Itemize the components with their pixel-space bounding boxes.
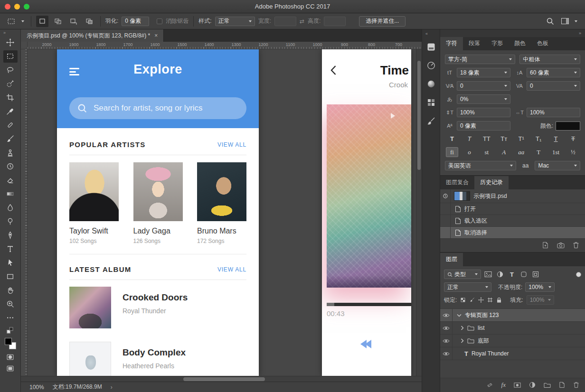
- kerning-select[interactable]: 0: [457, 81, 510, 91]
- swap-colors-icon[interactable]: [6, 327, 15, 334]
- hand-tool[interactable]: [3, 284, 18, 297]
- collapse-panels-icon[interactable]: »: [440, 29, 585, 37]
- blur-tool[interactable]: [3, 202, 18, 214]
- color-panel-icon[interactable]: [426, 79, 436, 89]
- small-caps-button[interactable]: Tᴛ: [498, 134, 510, 143]
- tab-glyphs[interactable]: 字形: [486, 37, 509, 50]
- fill-select[interactable]: 100%: [527, 295, 554, 305]
- delete-layer-trash-icon[interactable]: [573, 382, 579, 388]
- new-group-folder-icon[interactable]: [544, 382, 551, 388]
- type-tool[interactable]: [3, 243, 18, 255]
- opacity-select[interactable]: 100%: [525, 282, 555, 292]
- filter-shape-layers-icon[interactable]: [519, 270, 528, 279]
- quick-mask-icon[interactable]: [6, 353, 14, 361]
- height-input[interactable]: [324, 17, 346, 26]
- dodge-tool[interactable]: [3, 215, 18, 228]
- vertical-ruler[interactable]: [21, 49, 28, 376]
- adjustments-panel-icon[interactable]: [426, 60, 436, 71]
- new-selection-button[interactable]: [36, 16, 48, 27]
- close-window-button[interactable]: [5, 4, 10, 9]
- rectangular-marquee-tool[interactable]: [3, 50, 18, 63]
- layer-style-fx-icon[interactable]: fx: [501, 381, 506, 389]
- eyedropper-tool[interactable]: [3, 105, 18, 118]
- delete-state-trash-icon[interactable]: [573, 242, 579, 249]
- subscript-button[interactable]: T₁: [532, 134, 545, 143]
- screen-mode-icon[interactable]: [6, 364, 14, 373]
- faux-italic-button[interactable]: T: [463, 134, 475, 143]
- history-step-selected[interactable]: 取消选择: [440, 226, 585, 238]
- spot-healing-brush-tool[interactable]: [3, 119, 18, 131]
- visibility-toggle[interactable]: [440, 309, 453, 321]
- status-chevron-icon[interactable]: ›: [111, 384, 113, 391]
- ruler-origin-corner[interactable]: [21, 42, 28, 49]
- tab-layers[interactable]: 图层: [440, 253, 463, 266]
- discretionary-ligatures-button[interactable]: st: [481, 148, 493, 157]
- brush-tool[interactable]: [3, 133, 18, 145]
- quick-selection-tool[interactable]: [3, 78, 18, 90]
- history-source-well[interactable]: [440, 227, 451, 238]
- antialias-method-select[interactable]: Mac: [535, 161, 580, 170]
- filter-adjustment-layers-icon[interactable]: [495, 270, 505, 279]
- feather-input[interactable]: 0 像素: [122, 17, 149, 26]
- vertical-scale-input[interactable]: 100%: [457, 108, 510, 117]
- underline-button[interactable]: T: [550, 134, 562, 143]
- layer-filter-toggle[interactable]: [576, 272, 581, 277]
- search-icon[interactable]: [546, 17, 554, 25]
- new-snapshot-camera-icon[interactable]: [557, 242, 565, 249]
- subtract-from-selection-button[interactable]: [67, 16, 80, 27]
- horizontal-scrollbar[interactable]: [21, 376, 422, 382]
- visibility-toggle[interactable]: [440, 322, 453, 334]
- history-step[interactable]: 打开: [440, 203, 585, 215]
- edit-toolbar-icon[interactable]: [3, 312, 18, 324]
- swap-width-height-icon[interactable]: ⇄: [300, 18, 304, 25]
- font-size-select[interactable]: 18 像素: [457, 68, 510, 77]
- filter-pixel-layers-icon[interactable]: [483, 270, 493, 279]
- new-adjustment-layer-icon[interactable]: [529, 382, 536, 388]
- select-and-mask-button[interactable]: 选择并遮住...: [359, 16, 406, 27]
- history-source-well[interactable]: [440, 203, 451, 215]
- history-snapshot-row[interactable]: 示例项目.psd: [440, 189, 585, 203]
- layer-row-group[interactable]: list: [440, 322, 585, 335]
- superscript-button[interactable]: T¹: [515, 134, 528, 143]
- foreground-color-swatch[interactable]: [5, 338, 12, 345]
- horizontal-scrollbar-thumb[interactable]: [183, 377, 265, 381]
- swash-button[interactable]: A: [498, 148, 510, 157]
- antialias-checkbox[interactable]: [157, 19, 162, 24]
- new-layer-icon[interactable]: [559, 382, 565, 388]
- language-select[interactable]: 美国英语: [445, 161, 516, 170]
- lock-artboard-icon[interactable]: [487, 297, 493, 303]
- lock-pixels-brush-icon[interactable]: [469, 297, 475, 303]
- eraser-tool[interactable]: [3, 174, 18, 187]
- filter-smart-objects-icon[interactable]: [531, 270, 540, 279]
- all-caps-button[interactable]: TT: [481, 134, 493, 143]
- rectangle-shape-tool[interactable]: [3, 271, 18, 283]
- minimize-window-button[interactable]: [14, 4, 20, 9]
- lock-position-icon[interactable]: [478, 297, 484, 303]
- standard-ligatures-button[interactable]: fi: [446, 147, 458, 157]
- tab-history[interactable]: 历史记录: [474, 176, 509, 189]
- tab-color[interactable]: 颜色: [509, 37, 531, 50]
- filter-type-layers-icon[interactable]: T: [507, 270, 517, 279]
- horizontal-ruler[interactable]: 2000 1900 1800 1700 1600 1500 1400 1300 …: [28, 42, 422, 49]
- chevron-right-icon[interactable]: [461, 326, 464, 330]
- intersect-selection-button[interactable]: [83, 16, 95, 27]
- layer-row-artboard[interactable]: 专辑页面 123: [440, 309, 585, 322]
- horizontal-scale-input[interactable]: 100%: [527, 108, 580, 117]
- font-style-select[interactable]: 中粗体: [519, 55, 580, 64]
- path-selection-tool[interactable]: [3, 257, 18, 269]
- clone-stamp-tool[interactable]: [3, 147, 18, 159]
- visibility-toggle[interactable]: [440, 347, 453, 360]
- style-select[interactable]: 正常: [215, 17, 255, 26]
- strikethrough-button[interactable]: T: [567, 134, 579, 143]
- contextual-alternates-button[interactable]: o: [463, 148, 475, 157]
- add-to-selection-button[interactable]: [52, 16, 64, 27]
- layer-row-text[interactable]: T Royal Thunder: [440, 347, 585, 360]
- history-source-well[interactable]: [440, 215, 451, 226]
- gradient-tool[interactable]: [3, 188, 18, 200]
- new-document-from-state-icon[interactable]: [542, 242, 549, 249]
- link-layers-icon[interactable]: [486, 382, 493, 388]
- chevron-down-icon[interactable]: [457, 314, 462, 317]
- stylistic-alternates-button[interactable]: aa: [515, 148, 528, 157]
- tracking-select[interactable]: 0: [527, 81, 580, 91]
- document-tab[interactable]: 示例项目.psd @ 100% (专辑页面 123, RGB/8#) * ×: [21, 29, 164, 42]
